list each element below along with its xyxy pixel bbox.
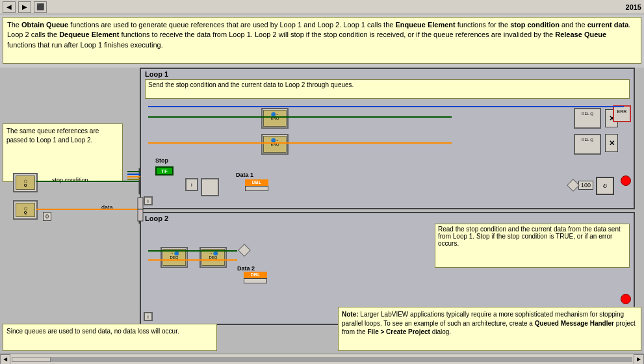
loop2-desc: Read the stop condition and the current … — [435, 224, 630, 268]
stop-condition-label: stop condition — [52, 177, 88, 183]
selector-2 — [238, 244, 251, 257]
release-queue-2: REL Q — [574, 134, 601, 155]
obtain-queue-1: ⬡ Q — [13, 173, 38, 192]
main-area: The Obtain Queue functions are used to g… — [0, 14, 644, 354]
wait-block-1: ⏱ — [596, 177, 614, 195]
scroll-left-btn[interactable]: ◀ — [0, 354, 10, 365]
loop1-label: Loop 1 — [145, 70, 168, 78]
scroll-track[interactable] — [12, 357, 632, 362]
scroll-thumb[interactable] — [12, 357, 51, 362]
no-loss-text: Since queues are used to send data, no d… — [6, 328, 179, 335]
queue-ref-text: The same queue references are passed to … — [6, 127, 99, 144]
year-label: 2015 — [626, 3, 641, 11]
numeric-const-100: 100 — [578, 181, 593, 190]
toolbar-buttons: ◀ ▶ ⬛ — [3, 1, 47, 13]
numeric-const-0: 0 — [43, 212, 51, 221]
merge-errors-2: ✕ — [605, 134, 618, 152]
stop-label-loop1: Stop — [155, 157, 168, 164]
description-box: The Obtain Queue functions are used to g… — [3, 17, 641, 64]
stop-terminal-2 — [621, 294, 631, 304]
loop2-label: Loop 2 — [145, 214, 168, 222]
enqueue-stop-1: 🔵→ ENQ — [261, 108, 289, 129]
scroll-right-btn[interactable]: ▶ — [634, 354, 644, 365]
dequeue-stop-1: →🔵 DEQ — [161, 247, 188, 268]
data2-label: Data 2 — [237, 265, 255, 272]
data1-label: Data 1 — [236, 172, 253, 178]
dbl-indicator-2: DBL — [244, 272, 267, 283]
annotation-note: Note: Larger LabVIEW applications typica… — [338, 307, 641, 351]
bool-const-tf: TF — [155, 166, 174, 176]
data-label: data — [101, 204, 113, 211]
note-text: Note: Larger LabVIEW applications typica… — [342, 311, 636, 335]
toolbar: ◀ ▶ ⬛ 2015 — [0, 0, 644, 14]
selector-1 — [567, 179, 580, 192]
iteration-terminal-2: i — [144, 312, 153, 321]
vi-block-1 — [201, 178, 219, 196]
dbl-indicator-1: DBL — [245, 179, 268, 191]
enqueue-data-1: 🔵→ ENQ — [261, 134, 289, 155]
error-cluster-1: ERR — [613, 105, 631, 122]
scrollbar[interactable]: ◀ ▶ — [0, 354, 644, 364]
loop1-container: Loop 1 Send the stop condition and the c… — [140, 68, 635, 209]
back-button[interactable]: ◀ — [3, 1, 16, 13]
release-queue-1: REL Q — [574, 108, 601, 129]
obtain-queue-2: ⬡ Q — [13, 200, 38, 220]
loop1-desc: Send the stop condition and the current … — [145, 79, 630, 99]
forward-button[interactable]: ▶ — [18, 1, 31, 13]
diagram-area: The same queue references are passed to … — [0, 68, 644, 354]
iteration-terminal-1: i — [144, 196, 153, 205]
annotation-no-loss: Since queues are used to send data, no d… — [3, 324, 217, 351]
frame-icon-1: i — [185, 178, 198, 191]
dequeue-data-1: →🔵 DEQ — [200, 247, 227, 268]
stop-terminal-1 — [621, 176, 631, 186]
stop-button[interactable]: ⬛ — [34, 1, 47, 13]
desc-text: The Obtain Queue functions are used to g… — [7, 21, 630, 49]
